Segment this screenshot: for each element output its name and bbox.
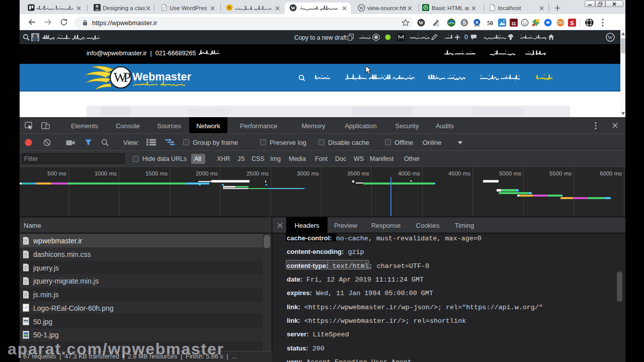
svg-text:50: 50 bbox=[487, 20, 493, 27]
svg-text:W: W bbox=[359, 6, 364, 11]
svg-text:S: S bbox=[570, 20, 574, 26]
svg-text:WP: WP bbox=[114, 70, 130, 85]
svg-text:11: 11 bbox=[512, 21, 516, 26]
svg-text:W: W bbox=[291, 6, 295, 11]
svg-text:B: B bbox=[475, 20, 478, 25]
svg-text:S: S bbox=[462, 20, 466, 26]
svg-text:W: W bbox=[419, 21, 424, 26]
svg-text:W: W bbox=[608, 35, 613, 40]
